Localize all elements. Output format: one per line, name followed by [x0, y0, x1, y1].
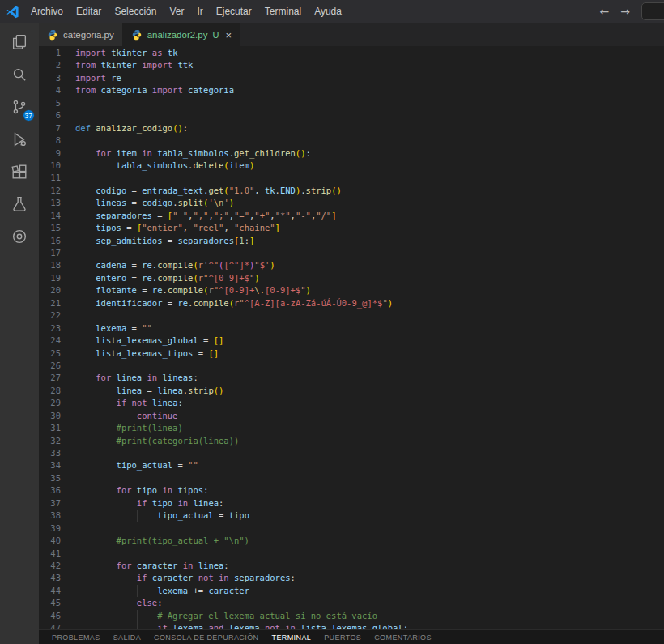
code-line-content: codigo = entrada_text.get("1.0", tk.END)…	[75, 185, 664, 197]
code-line[interactable]: 46 # Agregar el lexema actual si no está…	[39, 610, 664, 622]
code-line-content	[75, 309, 664, 322]
code-line[interactable]: 29 if not linea:	[39, 397, 664, 409]
line-number: 37	[39, 497, 75, 510]
menu-seleccion[interactable]: Selección	[108, 3, 163, 19]
code-line[interactable]: 12 codigo = entrada_text.get("1.0", tk.E…	[39, 185, 664, 197]
line-number: 20	[39, 284, 75, 296]
line-number: 7	[39, 122, 75, 134]
code-line[interactable]: 30 continue	[39, 410, 664, 422]
code-line[interactable]: 10 tabla_simbolos.delete(item)	[39, 160, 664, 172]
code-line[interactable]: 41	[39, 548, 664, 560]
code-line[interactable]: 45 else:	[39, 597, 664, 609]
code-line[interactable]: 20 flotante = re.compile(r"^[0-9]+\.[0-9…	[39, 284, 664, 296]
go-back-icon[interactable]: ←	[600, 5, 610, 18]
code-line[interactable]: 1import tkinter as tk	[39, 47, 664, 59]
code-line[interactable]: 39	[39, 522, 664, 535]
code-line[interactable]: 43 if caracter not in separadores:	[39, 572, 664, 584]
search-icon[interactable]	[0, 58, 39, 91]
code-line[interactable]: 2from tkinter import ttk	[39, 59, 664, 71]
code-line[interactable]: 14 separadores = [" ",",",";","=","+","*…	[39, 210, 664, 222]
code-line[interactable]: 19 entero = re.compile(r"^[0-9]+$")	[39, 272, 664, 284]
code-line[interactable]: 3import re	[39, 72, 664, 84]
code-line[interactable]: 8	[39, 134, 664, 147]
code-line[interactable]: 24 lista_lexemas_global = []	[39, 335, 664, 347]
code-line[interactable]: 15 tipos = ["entier", "reel", "chaine"]	[39, 222, 664, 234]
code-line[interactable]: 17	[39, 247, 664, 259]
extensions-icon[interactable]	[0, 156, 39, 188]
code-line-content: sep_admitidos = separadores[1:]	[75, 235, 664, 247]
panel-tab-terminal[interactable]: TERMINAL	[265, 633, 317, 644]
menu-ir[interactable]: Ir	[190, 3, 209, 19]
code-line[interactable]: 42 for caracter in linea:	[39, 560, 664, 572]
code-line[interactable]: 22	[39, 309, 664, 322]
explorer-files-icon[interactable]	[0, 26, 39, 58]
line-number: 39	[39, 522, 75, 535]
code-line[interactable]: 9 for item in tabla_simbolos.get_childre…	[39, 147, 664, 160]
code-line[interactable]: 23 lexema = ""	[39, 322, 664, 335]
line-number: 12	[39, 185, 75, 197]
code-line[interactable]: 18 cadena = re.compile(r'^"([^"]*)"$')	[39, 259, 664, 271]
command-center[interactable]	[641, 2, 664, 20]
code-line[interactable]: 4from categoria import categoria	[39, 84, 664, 96]
activity-bar: 37	[0, 23, 39, 644]
run-debug-icon[interactable]	[0, 123, 39, 156]
line-number: 30	[39, 410, 75, 422]
code-line[interactable]: 36 for tipo in tipos:	[39, 484, 664, 497]
tab-analizador2-py[interactable]: analizador2.py U ×	[123, 23, 240, 46]
code-line[interactable]: 32 #print(categoria(linea))	[39, 435, 664, 447]
code-line[interactable]: 33	[39, 447, 664, 459]
go-forward-icon[interactable]: →	[620, 5, 630, 18]
panel-tab-problemas[interactable]: PROBLEMAS	[45, 633, 107, 642]
close-icon[interactable]: ×	[225, 30, 232, 41]
editor[interactable]: 1import tkinter as tk2from tkinter impor…	[39, 46, 664, 629]
testing-flask-icon[interactable]	[0, 188, 39, 220]
code-line[interactable]: 34 tipo_actual = ""	[39, 459, 664, 471]
code-line[interactable]: 11	[39, 172, 664, 184]
menu-ver[interactable]: Ver	[163, 3, 190, 19]
main-area: 37 categoria.py	[0, 23, 664, 644]
code-line[interactable]: 38 tipo_actual = tipo	[39, 510, 664, 522]
code-line-content	[75, 360, 664, 372]
code-line[interactable]: 44 lexema += caracter	[39, 585, 664, 597]
line-number: 32	[39, 435, 75, 447]
code-line[interactable]: 25 lista_lexemas_tipos = []	[39, 348, 664, 360]
line-number: 16	[39, 235, 75, 247]
code-line[interactable]: 5	[39, 97, 664, 109]
line-number: 46	[39, 610, 75, 622]
panel-tab-comentarios[interactable]: COMENTARIOS	[368, 633, 438, 642]
code-line[interactable]: 26	[39, 360, 664, 372]
code-line-content: for tipo in tipos:	[75, 484, 664, 497]
code-line[interactable]: 21 identificador = re.compile(r"^[A-Z][a…	[39, 297, 664, 309]
code-line[interactable]: 40 #print(tipo_actual + "\n")	[39, 535, 664, 547]
circle-icon[interactable]	[0, 220, 39, 253]
tab-categoria-py[interactable]: categoria.py	[39, 23, 123, 46]
code-line[interactable]: 6	[39, 109, 664, 122]
menu-editar[interactable]: Editar	[70, 3, 108, 19]
code-line-content: import re	[75, 72, 664, 84]
code-line-content: for linea in lineas:	[75, 372, 664, 384]
code-line[interactable]: 16 sep_admitidos = separadores[1:]	[39, 235, 664, 247]
python-file-icon	[131, 29, 143, 41]
code-line[interactable]: 27 for linea in lineas:	[39, 372, 664, 384]
code-line[interactable]: 7def analizar_codigo():	[39, 122, 664, 134]
title-bar: Archivo Editar Selección Ver Ir Ejecutar…	[0, 0, 664, 23]
code-line[interactable]: 31 #print(linea)	[39, 422, 664, 434]
code-line[interactable]: 37 if tipo in linea:	[39, 497, 664, 510]
menu-archivo[interactable]: Archivo	[24, 3, 70, 19]
panel-tab-puertos[interactable]: PUERTOS	[317, 633, 368, 642]
code-line[interactable]: 47 if lexema and lexema not in lista_lex…	[39, 622, 664, 629]
line-number: 28	[39, 385, 75, 397]
code-line-content: #print(categoria(linea))	[75, 435, 664, 447]
menu-ayuda[interactable]: Ayuda	[308, 3, 348, 19]
source-control-icon[interactable]: 37	[0, 91, 39, 123]
code-line-content: separadores = [" ",",",";","=","+","*","…	[75, 210, 664, 222]
menu-ejecutar[interactable]: Ejecutar	[210, 3, 258, 19]
menu-terminal[interactable]: Terminal	[258, 3, 308, 19]
code-line[interactable]: 13 lineas = codigo.split('\n')	[39, 197, 664, 209]
panel-tab-salida[interactable]: SALIDA	[107, 633, 147, 642]
code-line-content: linea = linea.strip()	[75, 385, 664, 397]
git-untracked-badge: U	[212, 30, 219, 40]
code-line[interactable]: 28 linea = linea.strip()	[39, 385, 664, 397]
panel-tab-consola[interactable]: CONSOLA DE DEPURACIÓN	[147, 633, 265, 642]
code-line[interactable]: 35	[39, 472, 664, 484]
